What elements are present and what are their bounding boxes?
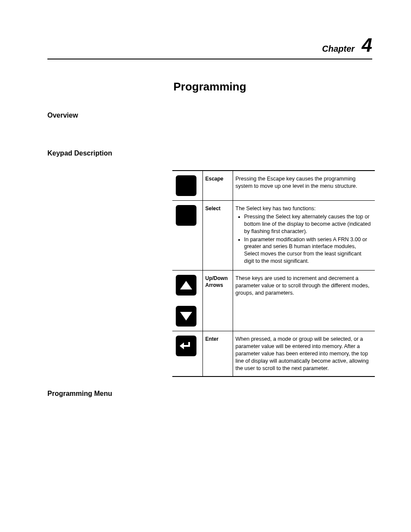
enter-key-icon xyxy=(176,336,196,356)
triangle-up-icon xyxy=(180,281,192,289)
key-name: Up/Down Arrows xyxy=(202,271,233,331)
desc-text: When pressed, a mode or group will be se… xyxy=(236,336,369,371)
key-icon-cell xyxy=(172,331,202,377)
page-title: Programming xyxy=(47,80,372,93)
key-name: Escape xyxy=(202,171,233,201)
key-description: These keys are used to increment and dec… xyxy=(233,271,375,331)
chapter-header: Chapter 4 xyxy=(47,34,372,56)
key-icon-cell xyxy=(172,171,202,201)
key-icon-cell xyxy=(172,271,202,331)
list-item: In parameter modification with series A … xyxy=(244,236,372,265)
section-overview-heading: Overview xyxy=(47,112,372,119)
section-programming-menu-heading: Programming Menu xyxy=(47,390,372,398)
table-row: Enter When pressed, a mode or group will… xyxy=(172,331,375,377)
select-key-icon xyxy=(176,205,196,226)
key-name: Select xyxy=(202,201,233,271)
enter-arrow-icon xyxy=(180,341,193,351)
chapter-number: 4 xyxy=(362,34,372,56)
table-row: Escape Pressing the Escape key causes th… xyxy=(172,171,375,201)
key-description: When pressed, a mode or group will be se… xyxy=(233,331,375,377)
up-arrow-key-icon xyxy=(176,275,196,296)
down-arrow-key-icon xyxy=(176,306,196,327)
chapter-label: Chapter xyxy=(322,44,355,53)
key-description: The Select key has two functions: Pressi… xyxy=(233,201,375,271)
desc-text: These keys are used to increment and dec… xyxy=(236,275,370,296)
header-divider xyxy=(47,59,372,59)
desc-bullets: Pressing the Select key alternately caus… xyxy=(236,213,372,265)
key-icon-cell xyxy=(172,201,202,271)
keypad-table: Escape Pressing the Escape key causes th… xyxy=(172,170,375,377)
document-page: Chapter 4 Programming Overview Keypad De… xyxy=(0,0,411,415)
section-keypad-heading: Keypad Description xyxy=(47,149,372,157)
key-description: Pressing the Escape key causes the progr… xyxy=(233,171,375,201)
escape-key-icon xyxy=(176,175,196,196)
key-name: Enter xyxy=(202,331,233,377)
table-row: Up/Down Arrows These keys are used to in… xyxy=(172,271,375,331)
list-item: Pressing the Select key alternately caus… xyxy=(244,213,372,235)
desc-text: Pressing the Escape key causes the progr… xyxy=(236,176,358,189)
desc-text: The Select key has two functions: xyxy=(236,205,316,212)
table-row: Select The Select key has two functions:… xyxy=(172,201,375,271)
triangle-down-icon xyxy=(180,312,192,320)
